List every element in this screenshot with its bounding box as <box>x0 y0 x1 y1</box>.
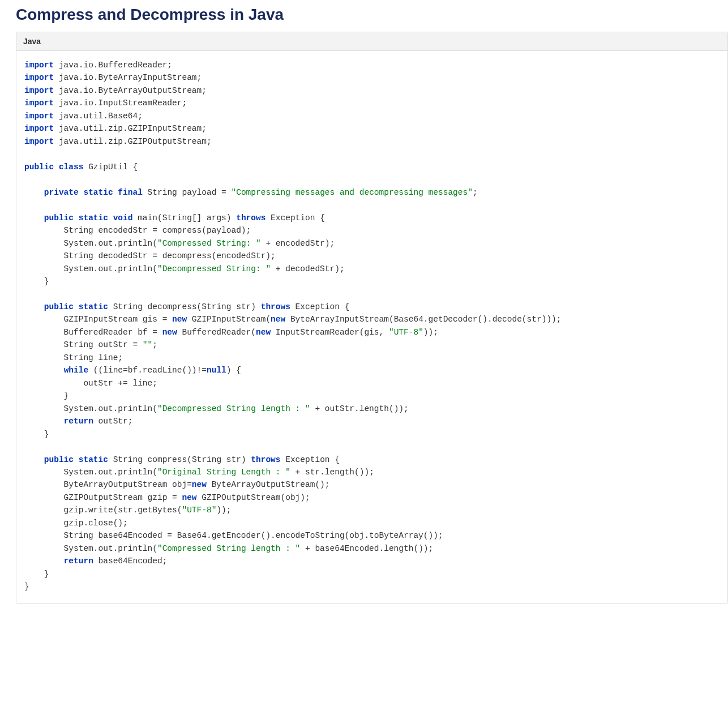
code-panel: Java import java.io.BufferedReader; impo… <box>16 32 728 604</box>
code-panel-body: import java.io.BufferedReader; import ja… <box>16 51 727 603</box>
page-title: Compress and Decompress in Java <box>16 6 728 24</box>
code-block: import java.io.BufferedReader; import ja… <box>24 59 720 593</box>
code-panel-header: Java <box>16 32 727 51</box>
